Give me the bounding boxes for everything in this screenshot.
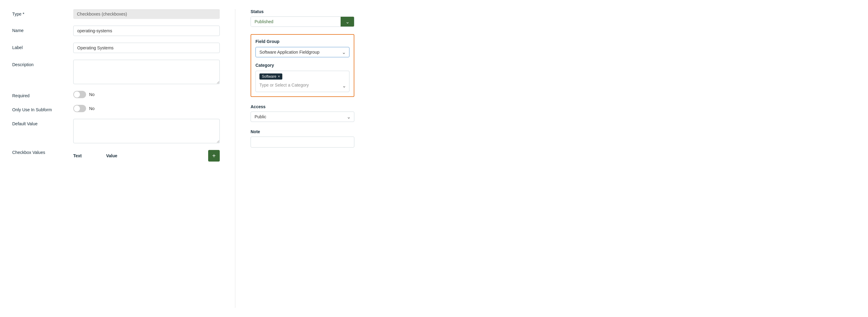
description-textarea[interactable] — [73, 60, 220, 84]
category-section: Category Software × Type or Select a Cat… — [255, 63, 349, 92]
checkbox-values-label: Checkbox Values — [12, 150, 67, 155]
category-placeholder: Type or Select a Category — [259, 82, 345, 87]
category-software-tag: Software × — [259, 73, 282, 79]
required-label: Required — [12, 91, 67, 98]
status-section: Status Published ⌄ — [251, 9, 354, 27]
name-label: Name — [12, 26, 67, 33]
category-box[interactable]: Software × Type or Select a Category ⌄ — [255, 71, 349, 92]
required-toggle-text: No — [89, 92, 95, 97]
add-checkbox-value-button[interactable]: + — [208, 150, 220, 162]
access-select-wrapper: Public — [251, 112, 354, 122]
description-label: Description — [12, 60, 67, 67]
required-row: Required No — [12, 91, 220, 98]
status-row: Published ⌄ — [251, 16, 354, 27]
name-input[interactable] — [73, 26, 220, 36]
label-label: Label — [12, 43, 67, 50]
status-chevron-icon: ⌄ — [345, 19, 349, 25]
type-label: Type * — [12, 9, 67, 16]
type-row: Type * — [12, 9, 220, 19]
field-group-select[interactable]: Software Application Fieldgroup — [255, 47, 349, 57]
field-group-label: Field Group — [255, 39, 349, 44]
status-value: Published — [251, 17, 341, 27]
subform-toggle[interactable] — [73, 105, 86, 112]
category-tag-text: Software — [262, 74, 276, 79]
required-toggle[interactable] — [73, 91, 86, 98]
subform-row: Only Use In Subform No — [12, 105, 220, 112]
label-input[interactable] — [73, 43, 220, 53]
default-value-row: Default Value — [12, 119, 220, 143]
name-row: Name — [12, 26, 220, 36]
label-row: Label — [12, 43, 220, 53]
category-label: Category — [255, 63, 349, 68]
subform-toggle-text: No — [89, 106, 95, 111]
note-input[interactable] — [251, 137, 354, 147]
type-input — [73, 9, 220, 19]
category-tag-remove[interactable]: × — [278, 75, 280, 78]
vertical-divider — [235, 9, 235, 308]
default-value-label: Default Value — [12, 119, 67, 126]
col-value-header: Value — [106, 153, 118, 158]
field-group-select-wrapper: Software Application Fieldgroup — [255, 47, 349, 57]
field-group-box: Field Group Software Application Fieldgr… — [251, 34, 354, 97]
access-label: Access — [251, 104, 354, 109]
access-section: Access Public — [251, 104, 354, 122]
status-label: Status — [251, 9, 354, 14]
default-value-textarea[interactable] — [73, 119, 220, 143]
checkbox-values-section: Checkbox Values Text Value + — [12, 150, 220, 162]
note-label: Note — [251, 129, 354, 134]
subform-label: Only Use In Subform — [12, 105, 67, 112]
note-section: Note — [251, 129, 354, 147]
status-dropdown-button[interactable]: ⌄ — [341, 17, 354, 27]
category-chevron-icon: ⌄ — [342, 83, 346, 89]
description-row: Description — [12, 60, 220, 84]
col-text-header: Text — [73, 153, 82, 158]
sidebar: Status Published ⌄ Field Group Software … — [251, 9, 354, 308]
plus-icon: + — [212, 153, 216, 159]
access-select[interactable]: Public — [251, 112, 354, 122]
